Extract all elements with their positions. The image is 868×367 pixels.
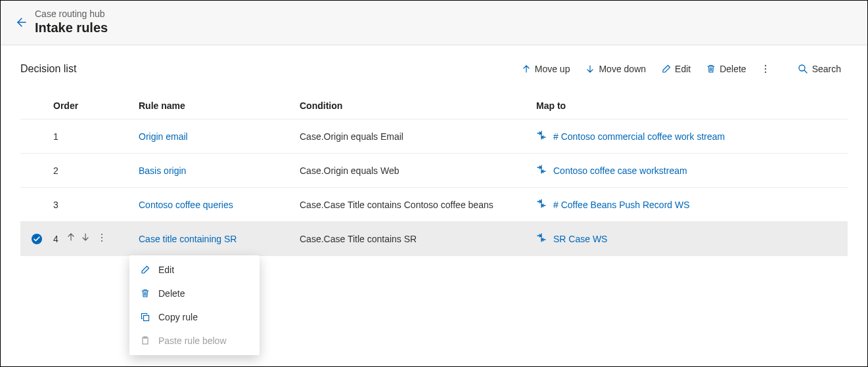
ctx-paste-below: Paste rule below — [129, 329, 260, 353]
pencil-icon — [662, 64, 671, 74]
order-number: 4 — [53, 234, 58, 244]
arrow-up-icon — [522, 64, 531, 74]
row-more-button[interactable] — [95, 232, 108, 245]
map-to-cell: # Coffee Beans Push Record WS — [536, 198, 848, 211]
header-titles: Case routing hub Intake rules — [35, 9, 108, 35]
order-number: 1 — [53, 131, 58, 142]
map-to-link[interactable]: Contoso coffee case workstream — [553, 165, 687, 176]
delete-button[interactable]: Delete — [700, 60, 752, 78]
move-down-button[interactable]: Move down — [579, 60, 652, 78]
col-order[interactable]: Order — [53, 100, 139, 111]
col-rule-name[interactable]: Rule name — [139, 100, 300, 111]
map-to-cell: SR Case WS — [536, 232, 848, 245]
workstream-icon — [536, 164, 547, 177]
ctx-delete-label: Delete — [158, 288, 185, 299]
toolbar: Decision list Move up Move down Edit Del… — [1, 45, 867, 93]
map-to-link[interactable]: # Coffee Beans Push Record WS — [553, 200, 690, 210]
search-button[interactable]: Search — [791, 60, 848, 78]
row-select[interactable] — [20, 233, 53, 245]
move-down-label: Move down — [599, 64, 646, 74]
workstream-icon — [536, 130, 547, 142]
move-up-button[interactable]: Move up — [515, 60, 577, 78]
svg-point-15 — [101, 237, 103, 238]
pencil-icon — [140, 265, 150, 274]
table-header-row: Order Rule name Condition Map to — [20, 93, 848, 119]
row-move-down[interactable] — [81, 232, 90, 245]
more-vertical-icon — [761, 64, 770, 74]
paste-icon — [140, 336, 150, 345]
svg-point-1 — [764, 68, 765, 70]
condition-text: Case.Origin equals Email — [300, 131, 536, 142]
search-label: Search — [812, 64, 841, 74]
ctx-delete[interactable]: Delete — [129, 282, 260, 305]
condition-text: Case.Case Title contains Contoso coffee … — [300, 200, 536, 210]
arrow-down-icon — [585, 64, 595, 74]
map-to-link[interactable]: # Contoso commercial coffee work stream — [553, 131, 725, 142]
col-map-to[interactable]: Map to — [536, 100, 848, 111]
map-to-cell: Contoso coffee case workstream — [536, 164, 848, 177]
rule-name-link[interactable]: Contoso coffee queries — [139, 200, 233, 210]
condition-text: Case.Case Title contains SR — [300, 234, 536, 244]
edit-button[interactable]: Edit — [655, 60, 697, 78]
table-row[interactable]: 4Case title containing SRCase.Case Title… — [20, 222, 848, 256]
map-to-cell: # Contoso commercial coffee work stream — [536, 130, 848, 142]
order-cell: 1 — [53, 131, 139, 142]
order-cell: 4 — [53, 232, 139, 245]
svg-point-14 — [101, 234, 103, 235]
col-condition[interactable]: Condition — [300, 100, 536, 111]
order-cell: 3 — [53, 200, 139, 210]
workstream-icon — [536, 232, 547, 245]
ctx-copy[interactable]: Copy rule — [129, 305, 260, 329]
rule-name-link[interactable]: Basis origin — [139, 165, 186, 176]
ctx-edit[interactable]: Edit — [129, 258, 260, 282]
order-number: 3 — [53, 200, 58, 210]
row-move-up[interactable] — [66, 232, 76, 245]
ctx-copy-label: Copy rule — [158, 312, 198, 322]
breadcrumb[interactable]: Case routing hub — [35, 9, 108, 19]
decision-table: Order Rule name Condition Map to 1Origin… — [1, 93, 867, 256]
arrow-left-icon — [14, 16, 27, 29]
condition-text: Case.Origin equals Web — [300, 165, 536, 176]
table-row[interactable]: 2Basis originCase.Origin equals WebConto… — [20, 154, 848, 188]
trash-icon — [706, 64, 716, 74]
svg-rect-17 — [144, 316, 149, 321]
table-row[interactable]: 1Origin emailCase.Origin equals Email# C… — [20, 119, 848, 154]
page-header: Case routing hub Intake rules — [1, 1, 867, 45]
more-button[interactable] — [756, 60, 775, 78]
trash-icon — [140, 289, 150, 298]
row-context-menu: Edit Delete Copy rule Paste rule below — [129, 255, 260, 355]
svg-point-16 — [101, 240, 103, 242]
search-icon — [798, 64, 808, 74]
page-title: Intake rules — [35, 20, 108, 35]
delete-label: Delete — [720, 64, 746, 74]
section-title: Decision list — [20, 63, 76, 75]
move-up-label: Move up — [535, 64, 570, 74]
ctx-paste-label: Paste rule below — [158, 335, 227, 346]
order-cell: 2 — [53, 165, 139, 176]
ctx-edit-label: Edit — [158, 265, 174, 275]
svg-point-0 — [764, 65, 765, 66]
back-button[interactable] — [14, 16, 27, 29]
svg-point-2 — [764, 72, 765, 73]
rule-name-link[interactable]: Case title containing SR — [139, 234, 237, 244]
table-row[interactable]: 3Contoso coffee queriesCase.Case Title c… — [20, 188, 848, 222]
copy-icon — [140, 313, 150, 322]
workstream-icon — [536, 198, 547, 211]
edit-label: Edit — [675, 64, 691, 74]
map-to-link[interactable]: SR Case WS — [553, 234, 607, 244]
order-number: 2 — [53, 165, 58, 176]
rule-name-link[interactable]: Origin email — [139, 131, 188, 142]
